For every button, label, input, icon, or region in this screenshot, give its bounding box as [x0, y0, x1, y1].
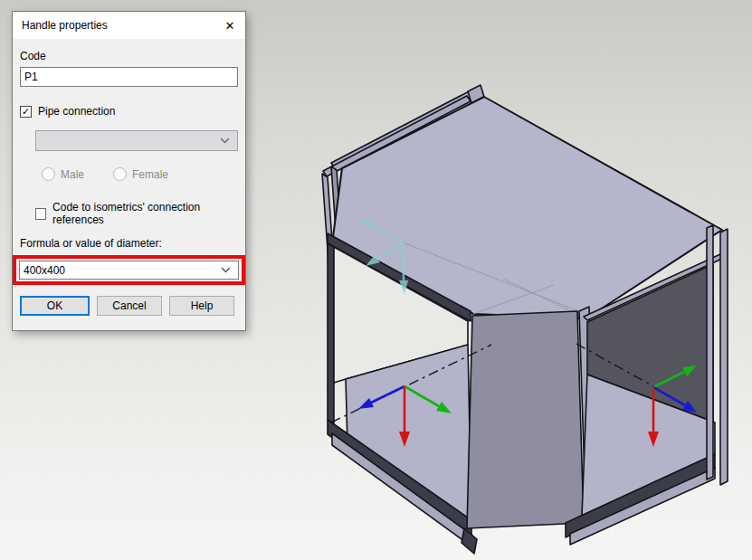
connection-combo[interactable] [35, 130, 238, 151]
close-icon: ✕ [225, 19, 235, 33]
center-corner-post [467, 311, 584, 528]
male-label: Male [61, 168, 84, 181]
female-radio[interactable]: Female [113, 167, 168, 181]
cancel-button[interactable]: Cancel [97, 296, 162, 316]
checkbox-checked-icon: ✓ [20, 106, 32, 118]
ghost-axis [403, 242, 404, 280]
corner-post-bottom-tip [462, 528, 477, 554]
diameter-label: Formula or value of diameter: [20, 237, 238, 250]
iso-references-checkbox[interactable]: Code to isometrics' connection reference… [35, 201, 238, 226]
app-screen: { "dialog": { "title": "Handle propertie… [0, 0, 752, 560]
code-label: Code [20, 50, 238, 62]
female-label: Female [132, 168, 168, 181]
chevron-down-icon [220, 138, 230, 144]
close-button[interactable]: ✕ [214, 12, 245, 39]
pipe-connection-label: Pipe connection [38, 105, 115, 118]
chevron-down-icon [221, 267, 231, 273]
dialog-buttons: OK Cancel Help [20, 296, 238, 316]
dialog-body: Code ✓ Pipe connection Male Female Code [13, 50, 245, 330]
checkbox-unchecked-icon [35, 208, 46, 220]
code-input[interactable] [20, 67, 238, 87]
left-opening-left-jamb [328, 243, 334, 423]
pipe-connection-checkbox[interactable]: ✓ Pipe connection [20, 105, 238, 118]
check-glyph: ✓ [22, 107, 30, 117]
red-highlight-annotation: 400x400 [13, 255, 245, 285]
male-radio[interactable]: Male [42, 167, 84, 181]
gender-radio-group: Male Female [42, 167, 238, 181]
ok-button[interactable]: OK [20, 296, 90, 316]
diameter-combo[interactable]: 400x400 [19, 261, 239, 280]
right-flange-strip-back [720, 229, 728, 485]
radio-circle-icon [113, 167, 127, 181]
diameter-combo-value: 400x400 [24, 264, 65, 277]
dialog-title: Handle properties [13, 19, 214, 32]
dialog-titlebar[interactable]: Handle properties ✕ [13, 12, 245, 39]
right-flange-strip-front [707, 225, 713, 479]
duct-model[interactable] [322, 85, 728, 554]
iso-references-label: Code to isometrics' connection reference… [52, 201, 238, 226]
radio-circle-icon [42, 167, 55, 181]
help-button[interactable]: Help [169, 296, 234, 316]
handle-properties-dialog: Handle properties ✕ Code ✓ Pipe connecti… [12, 11, 246, 331]
